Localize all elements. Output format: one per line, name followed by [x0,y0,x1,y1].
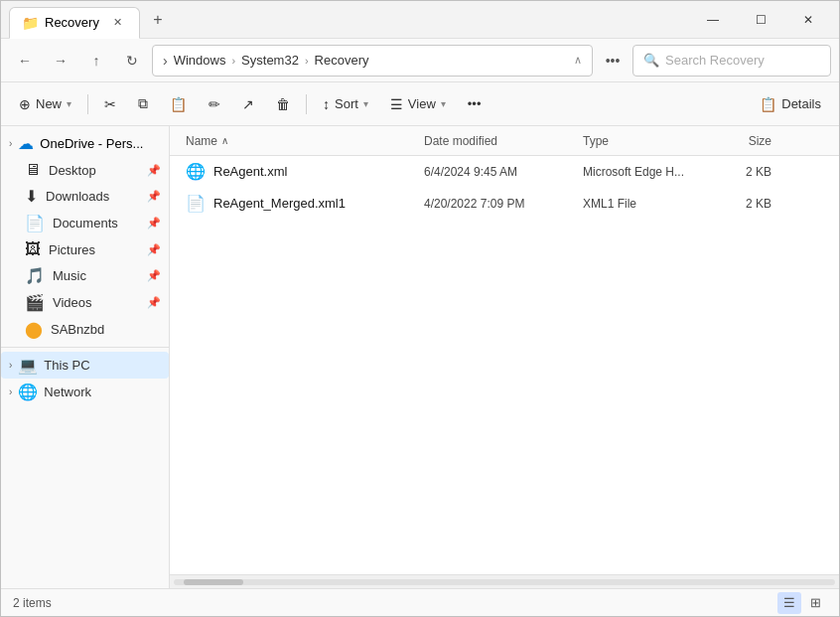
documents-label: Documents [53,216,118,231]
network-chevron-icon: › [9,386,12,397]
new-button[interactable]: ⊕ New ▾ [9,88,81,120]
network-icon: 🌐 [18,383,38,401]
onedrive-label: OneDrive - Pers... [40,136,143,151]
sort-label: Sort [335,96,358,111]
horizontal-scrollbar[interactable] [170,574,839,588]
more-icon: ••• [468,96,482,111]
up-button[interactable]: ↑ [80,45,112,77]
onedrive-icon: ☁ [18,134,34,153]
sidebar-item-onedrive[interactable]: › ☁ OneDrive - Pers... [1,130,169,157]
sabnzbd-icon: ⬤ [25,320,43,339]
new-label: New [36,96,62,111]
view-label: View [408,96,436,111]
sort-button[interactable]: ↕ Sort ▾ [313,88,378,120]
file-list-body: 🌐 ReAgent.xml 6/4/2024 9:45 AM Microsoft… [170,156,839,574]
column-type[interactable]: Type [583,134,712,148]
reagent-date: 6/4/2024 9:45 AM [424,165,583,179]
sabnzbd-label: SABnzbd [51,322,104,337]
sidebar-item-desktop[interactable]: 🖥 Desktop 📌 [1,157,169,183]
details-button[interactable]: 📋 Details [750,88,831,120]
maximize-button[interactable]: ☐ [738,4,783,36]
search-box[interactable]: 🔍 Search Recovery [632,45,831,77]
refresh-button[interactable]: ↻ [116,45,148,77]
column-name[interactable]: Name ∧ [186,134,424,148]
view-chevron-icon: ▾ [441,98,446,109]
pictures-pin-icon: 📌 [147,243,161,256]
list-view-button[interactable]: ☰ [777,592,801,614]
search-icon: 🔍 [643,53,659,68]
sidebar-item-videos[interactable]: 🎬 Videos 📌 [1,289,169,316]
sidebar-item-pictures[interactable]: 🖼 Pictures 📌 [1,236,169,262]
toolbar-separator-2 [306,94,307,114]
table-row[interactable]: 📄 ReAgent_Merged.xml1 4/20/2022 7:09 PM … [170,188,839,220]
reagent-merged-size: 2 KB [712,197,771,211]
music-pin-icon: 📌 [147,269,161,282]
sort-arrow-icon: ∧ [221,135,228,146]
thispc-icon: 💻 [18,356,38,375]
sidebar-item-documents[interactable]: 📄 Documents 📌 [1,210,169,236]
cut-icon: ✂ [104,96,116,112]
sidebar-item-sabnzbd[interactable]: ⬤ SABnzbd [1,316,169,343]
paste-button[interactable]: 📋 [160,88,197,120]
sort-chevron-icon: ▾ [363,98,368,109]
column-size[interactable]: Size [712,134,771,148]
sep1: › [231,55,235,67]
cut-button[interactable]: ✂ [94,88,126,120]
detail-view-icon: ⊞ [810,595,821,610]
sidebar: › ☁ OneDrive - Pers... 🖥 Desktop 📌 ⬇ Dow… [1,126,170,588]
sidebar-item-downloads[interactable]: ⬇ Downloads 📌 [1,183,169,210]
scrollbar-track [174,579,835,585]
sidebar-item-network[interactable]: › 🌐 Network [1,379,169,405]
active-tab[interactable]: 📁 Recovery ✕ [9,7,140,39]
view-buttons: ☰ ⊞ [777,592,827,614]
address-bar[interactable]: › Windows › System32 › Recovery ∧ [152,45,593,77]
minimize-button[interactable]: — [690,4,736,36]
share-icon: ↗ [242,96,254,112]
downloads-icon: ⬇ [25,187,38,206]
copy-icon: ⧉ [138,95,148,112]
desktop-icon: 🖥 [25,161,41,179]
file-list: Name ∧ Date modified Type Size 🌐 [170,126,839,588]
column-date-modified[interactable]: Date modified [424,134,583,148]
expand-arrow: ∧ [574,54,582,67]
sidebar-divider [1,347,169,348]
reagent-size: 2 KB [712,165,771,179]
rename-icon: ✏ [209,96,220,112]
delete-button[interactable]: 🗑 [266,88,300,120]
more-options-button[interactable]: ••• [597,45,629,77]
network-label: Network [44,385,91,399]
table-row[interactable]: 🌐 ReAgent.xml 6/4/2024 9:45 AM Microsoft… [170,156,839,188]
tab-close-button[interactable]: ✕ [109,14,127,32]
details-icon: 📋 [760,96,776,112]
tab-strip: 📁 Recovery ✕ + [9,1,690,38]
pictures-label: Pictures [49,242,95,257]
sidebar-item-music[interactable]: 🎵 Music 📌 [1,262,169,289]
copy-button[interactable]: ⧉ [128,88,158,120]
item-count: 2 items [13,596,52,610]
reagent-merged-type: XML1 File [583,197,712,211]
new-tab-button[interactable]: + [144,6,172,34]
onedrive-chevron-icon: › [9,138,12,149]
documents-icon: 📄 [25,214,45,232]
documents-pin-icon: 📌 [147,217,161,230]
window-controls: — ☐ ✕ [690,4,831,36]
back-button[interactable]: ← [9,45,41,77]
tab-label: Recovery [45,15,99,30]
rename-button[interactable]: ✏ [199,88,230,120]
sort-icon: ↕ [323,96,330,112]
file-list-header: Name ∧ Date modified Type Size [170,126,839,156]
pictures-icon: 🖼 [25,240,41,258]
share-button[interactable]: ↗ [232,88,264,120]
expand-icon: › [163,45,168,77]
desktop-label: Desktop [49,163,96,178]
forward-button[interactable]: → [45,45,76,77]
more-button[interactable]: ••• [458,88,491,120]
sidebar-item-this-pc[interactable]: › 💻 This PC [1,352,169,379]
close-button[interactable]: ✕ [785,4,831,36]
file-name-reagent-merged: 📄 ReAgent_Merged.xml1 [186,194,424,213]
detail-view-button[interactable]: ⊞ [803,592,827,614]
window: 📁 Recovery ✕ + — ☐ ✕ ← → ↑ ↻ › Windows ›… [0,0,840,617]
toolbar: ⊕ New ▾ ✂ ⧉ 📋 ✏ ↗ 🗑 ↕ Sort ▾ ☰ [1,82,839,126]
scrollbar-thumb[interactable] [184,579,243,585]
view-button[interactable]: ☰ View ▾ [380,88,456,120]
